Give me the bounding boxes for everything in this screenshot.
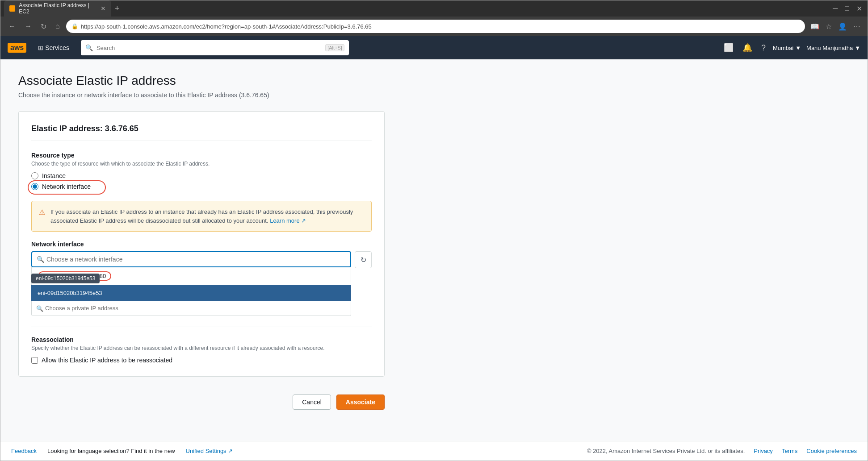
eni2-tooltip: eni-09d15020b31945e53 (31, 274, 100, 283)
resource-type-desc: Choose the type of resource with which t… (31, 161, 372, 167)
refresh-button[interactable]: ↻ (38, 21, 49, 33)
radio-network-interface[interactable]: Network interface (31, 183, 91, 190)
region-label: Mumbai (773, 45, 793, 51)
bottom-bar: Feedback Looking for language selection?… (0, 441, 868, 461)
browser-tab[interactable]: Associate Elastic IP address | EC2 ✕ (4, 0, 111, 17)
reassociation-checkbox-label[interactable]: Allow this Elastic IP address to be reas… (42, 357, 172, 364)
extensions-button[interactable]: ⋯ (851, 21, 862, 33)
search-icon: 🔍 (37, 256, 44, 263)
page-subtitle: Choose the instance or network interface… (18, 91, 850, 99)
external-link-icon-footer: ↗ (228, 448, 233, 454)
aws-nav-right: ⬜ 🔔 ? Mumbai ▼ Manu Manjunatha ▼ (722, 41, 860, 54)
search-shortcut: [Alt+S] (325, 44, 344, 51)
resource-type-section: Resource type Choose the type of resourc… (31, 152, 372, 190)
cancel-button[interactable]: Cancel (293, 395, 331, 410)
user-label: Manu Manjunatha (806, 45, 853, 51)
services-label: Services (45, 44, 69, 51)
window-controls: ─ □ ✕ (831, 4, 864, 13)
private-ip-input[interactable] (32, 301, 351, 316)
network-search-input[interactable] (32, 252, 350, 266)
search-icon: 🔍 (85, 44, 93, 51)
refresh-btn[interactable]: ↻ (355, 251, 372, 268)
radio-network-interface-label: Network interface (42, 183, 91, 190)
dropdown-eni2[interactable]: eni-09d15020b31945e53 eni-09d15020b31945… (31, 285, 351, 301)
radio-instance[interactable]: Instance (31, 172, 372, 179)
warning-icon: ⚠ (39, 208, 45, 216)
user-menu[interactable]: Manu Manjunatha ▼ (806, 45, 860, 51)
reassociation-label: Reassociation (31, 336, 372, 343)
tab-favicon (9, 5, 15, 12)
search-wrapper: 🔍 (31, 251, 351, 267)
main-content: Associate Elastic IP address Choose the … (0, 59, 868, 441)
address-bar[interactable]: 🔒 https://ap-south-1.console.aws.amazon.… (66, 20, 805, 33)
home-button[interactable]: ⌂ (53, 21, 63, 32)
region-chevron: ▼ (795, 45, 801, 51)
browser-titlebar: Associate Elastic IP address | EC2 ✕ + ─… (0, 0, 868, 17)
language-text: Looking for language selection? Find it … (47, 448, 175, 454)
private-ip-row: 🔍 (31, 301, 351, 316)
help-icon[interactable]: ? (759, 42, 767, 54)
cookie-preferences-link[interactable]: Cookie preferences (806, 448, 857, 454)
network-dropdown-container: 🔍 eni-05a83d3c8f08bb680 eni-09d15020b319… (31, 251, 351, 316)
aws-logo[interactable]: aws (8, 43, 26, 53)
reading-view-button[interactable]: 📖 (809, 21, 821, 33)
grid-icon: ⊞ (38, 44, 43, 51)
reassociation-checkbox-row: Allow this Elastic IP address to be reas… (31, 357, 372, 364)
radio-instance-input[interactable] (31, 172, 38, 179)
network-input-row: 🔍 eni-05a83d3c8f08bb680 eni-09d15020b319… (31, 251, 372, 316)
warning-box: ⚠ If you associate an Elastic IP address… (31, 201, 372, 232)
private-ip-search-icon: 🔍 (36, 305, 43, 311)
page-title: Associate Elastic IP address (18, 74, 850, 88)
back-button[interactable]: ← (6, 21, 18, 32)
aws-search-bar[interactable]: 🔍 [Alt+S] (81, 40, 349, 55)
browser-toolbar-actions: 📖 ☆ 👤 ⋯ (809, 21, 862, 33)
search-input[interactable] (96, 45, 322, 51)
resource-type-radio-group: Instance Network interface (31, 172, 372, 190)
warning-text: If you associate an Elastic IP address t… (50, 208, 364, 225)
lock-icon: 🔒 (71, 23, 78, 29)
eni2-label: eni-09d15020b31945e53 (38, 290, 102, 296)
radio-network-interface-input[interactable] (31, 183, 38, 190)
favorites-button[interactable]: ☆ (824, 21, 834, 33)
resource-type-label: Resource type (31, 152, 372, 159)
associate-button[interactable]: Associate (336, 395, 385, 410)
unified-settings-link[interactable]: Unified Settings ↗ (186, 448, 233, 454)
card-header: Elastic IP address: 3.6.76.65 (31, 124, 372, 141)
aws-logo-text: aws (8, 43, 26, 53)
browser-toolbar: ← → ↻ ⌂ 🔒 https://ap-south-1.console.aws… (0, 17, 868, 36)
learn-more-link[interactable]: Learn more ↗ (270, 217, 306, 224)
close-button[interactable]: ✕ (855, 4, 864, 13)
network-interface-section: Network interface 🔍 eni-05a83d3c8f08bb68… (31, 241, 372, 316)
region-selector[interactable]: Mumbai ▼ (773, 45, 801, 51)
minimize-button[interactable]: ─ (831, 4, 839, 13)
new-tab-button[interactable]: + (115, 4, 120, 13)
aws-navigation: aws ⊞ Services 🔍 [Alt+S] ⬜ 🔔 ? Mumbai ▼ … (0, 36, 868, 59)
network-interface-label: Network interface (31, 241, 372, 248)
external-link-icon: ↗ (301, 217, 306, 224)
privacy-link[interactable]: Privacy (754, 448, 773, 454)
tab-title: Associate Elastic IP address | EC2 (19, 2, 97, 15)
url-text: https://ap-south-1.console.aws.amazon.co… (81, 23, 800, 30)
maximize-button[interactable]: □ (843, 4, 851, 13)
main-card: Elastic IP address: 3.6.76.65 Resource t… (18, 111, 385, 377)
bell-icon[interactable]: 🔔 (741, 41, 754, 54)
bottom-right: © 2022, Amazon Internet Services Private… (587, 448, 857, 454)
forward-button[interactable]: → (22, 21, 34, 32)
user-chevron: ▼ (855, 45, 860, 51)
cloudshell-icon[interactable]: ⬜ (722, 41, 735, 54)
terms-link[interactable]: Terms (782, 448, 797, 454)
browser-frame: Associate Elastic IP address | EC2 ✕ + ─… (0, 0, 868, 461)
copyright-text: © 2022, Amazon Internet Services Private… (587, 448, 745, 454)
reassociation-section: Reassociation Specify whether the Elasti… (31, 327, 372, 364)
reassociation-checkbox[interactable] (31, 357, 38, 364)
radio-instance-label: Instance (42, 172, 66, 179)
feedback-link[interactable]: Feedback (11, 448, 37, 454)
reassociation-desc: Specify whether the Elastic IP address c… (31, 345, 372, 351)
services-button[interactable]: ⊞ Services (34, 42, 74, 54)
profile-button[interactable]: 👤 (836, 21, 849, 33)
tab-close-button[interactable]: ✕ (101, 5, 106, 12)
action-bar: Cancel Associate (18, 387, 385, 410)
